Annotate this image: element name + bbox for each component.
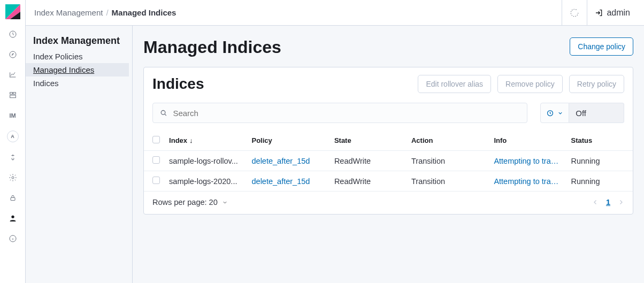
chevron-down-icon — [222, 200, 228, 205]
col-header-action[interactable]: Action — [407, 131, 489, 151]
content-area: Managed Indices Change policy Indices Ed… — [133, 26, 644, 283]
change-policy-button[interactable]: Change policy — [570, 37, 633, 56]
row-checkbox[interactable] — [152, 156, 160, 164]
table-row: sample-logs-rollov... delete_after_15d R… — [144, 151, 633, 171]
table-row: sample-logs-2020... delete_after_15d Rea… — [144, 171, 633, 192]
col-header-index[interactable]: Index↓ — [165, 131, 247, 151]
breadcrumb: Index Management / Managed Indices — [34, 8, 176, 17]
cell-info-link[interactable]: Attempting to transit — [489, 171, 566, 192]
auto-refresh-control[interactable]: Off — [540, 103, 624, 123]
pager-next-icon[interactable] — [618, 199, 624, 205]
svg-rect-7 — [10, 95, 16, 98]
recent-icon[interactable] — [7, 29, 18, 40]
tenant-icon[interactable] — [7, 213, 18, 224]
info-icon[interactable] — [7, 233, 18, 244]
loading-indicator — [562, 0, 587, 26]
cell-policy-link[interactable]: delete_after_15d — [248, 151, 330, 171]
breadcrumb-current: Managed Indices — [112, 8, 177, 17]
cell-state: ReadWrite — [330, 171, 407, 192]
row-checkbox[interactable] — [152, 177, 160, 184]
indices-panel: Indices Edit rollover alias Remove polic… — [143, 67, 633, 215]
indices-table: Index↓ Policy State Action Info Status s… — [144, 131, 633, 192]
sidebar-item-indices[interactable]: Indices — [26, 77, 129, 90]
discover-icon[interactable] — [7, 49, 18, 60]
left-nav-rail: IM A — [0, 0, 26, 283]
panel-title: Indices — [152, 75, 204, 93]
svg-rect-5 — [10, 93, 12, 94]
search-input-wrapper[interactable] — [152, 103, 527, 123]
edit-rollover-alias-button[interactable]: Edit rollover alias — [418, 75, 491, 93]
svg-point-12 — [161, 111, 165, 115]
col-header-state[interactable]: State — [330, 131, 407, 151]
visualize-icon[interactable] — [7, 70, 18, 80]
cell-index: sample-logs-rollov... — [165, 151, 247, 171]
cell-status: Running — [566, 171, 633, 192]
dashboard-icon[interactable] — [7, 90, 18, 101]
sidebar-title: Index Management — [26, 35, 129, 50]
cell-index: sample-logs-2020... — [165, 171, 247, 192]
breadcrumb-root[interactable]: Index Management — [34, 8, 103, 17]
main-column: Index Management / Managed Indices admin… — [26, 0, 644, 283]
sort-descending-icon: ↓ — [189, 136, 193, 144]
page-title: Managed Indices — [143, 37, 281, 57]
cell-info-link[interactable]: Attempting to transit — [489, 151, 566, 171]
col-header-policy[interactable]: Policy — [248, 131, 330, 151]
search-input[interactable] — [173, 109, 520, 118]
alerting-icon[interactable]: A — [7, 131, 19, 142]
select-all-checkbox[interactable] — [152, 136, 160, 143]
sidebar-item-managed-indices[interactable]: Managed Indices — [26, 63, 129, 77]
cell-state: ReadWrite — [330, 151, 407, 171]
svg-point-10 — [11, 216, 14, 218]
col-header-info[interactable]: Info — [489, 131, 566, 151]
cell-policy-link[interactable]: delete_after_15d — [248, 171, 330, 192]
cell-status: Running — [566, 151, 633, 171]
dev-tools-icon[interactable] — [7, 152, 18, 163]
sidebar: Index Management Index Policies Managed … — [26, 26, 133, 283]
remove-policy-button[interactable]: Remove policy — [497, 75, 563, 93]
cell-action: Transition — [407, 151, 489, 171]
cell-action: Transition — [407, 171, 489, 192]
rows-per-page-select[interactable]: Rows per page: 20 — [152, 198, 228, 206]
pagination: 1 — [592, 198, 624, 206]
breadcrumb-separator: / — [106, 8, 108, 17]
svg-point-8 — [12, 177, 14, 179]
col-header-status[interactable]: Status — [566, 131, 633, 151]
retry-policy-button[interactable]: Retry policy — [569, 75, 624, 93]
chevron-down-icon — [557, 110, 563, 116]
auto-refresh-state[interactable]: Off — [569, 103, 624, 123]
security-icon[interactable] — [7, 193, 18, 203]
svg-rect-6 — [13, 93, 16, 94]
auto-refresh-toggle[interactable] — [540, 103, 569, 123]
clock-icon — [546, 109, 554, 117]
svg-rect-9 — [11, 197, 15, 200]
management-icon[interactable] — [7, 172, 18, 183]
kibana-logo[interactable] — [5, 4, 20, 19]
im-app-icon[interactable]: IM — [7, 110, 18, 121]
topbar: Index Management / Managed Indices admin — [26, 0, 644, 26]
pager-current-page[interactable]: 1 — [606, 198, 610, 206]
pager-prev-icon[interactable] — [592, 199, 599, 205]
logout-button[interactable]: admin — [587, 0, 638, 26]
sidebar-item-index-policies[interactable]: Index Policies — [26, 50, 129, 63]
user-label: admin — [607, 8, 630, 18]
search-icon — [159, 109, 167, 117]
